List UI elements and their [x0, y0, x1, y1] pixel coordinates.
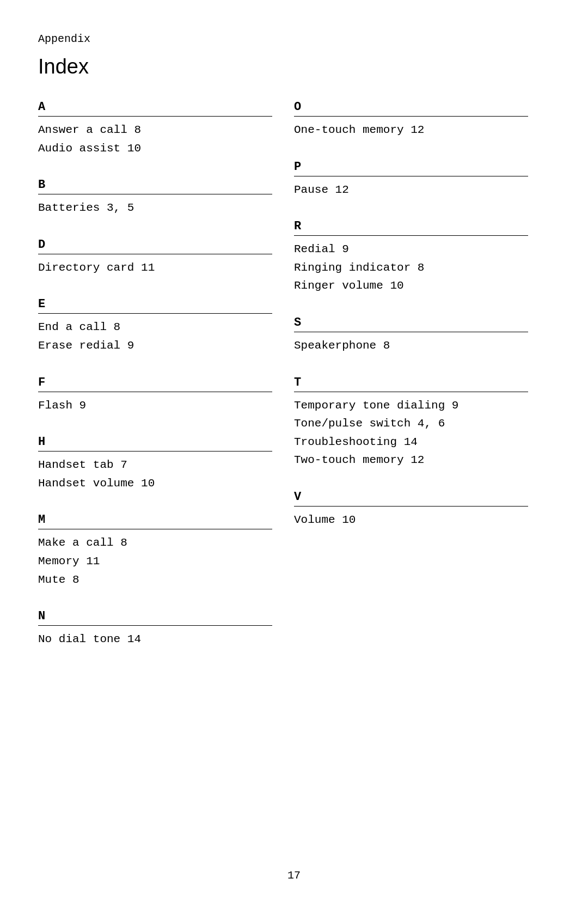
index-entry: Two-touch memory 12 [294, 451, 528, 469]
page-title: Index [38, 55, 550, 78]
section-letter: T [294, 376, 528, 389]
index-entry: Memory 11 [38, 552, 272, 571]
section-divider [38, 116, 272, 117]
index-section: HHandset tab 7Handset volume 10 [38, 435, 272, 492]
index-entry: Pause 12 [294, 181, 528, 199]
index-entry: Audio assist 10 [38, 139, 272, 158]
index-entry: No dial tone 14 [38, 630, 272, 649]
section-divider [294, 116, 528, 117]
index-entry: End a call 8 [38, 318, 272, 337]
index-entry: Temporary tone dialing 9 [294, 396, 528, 415]
section-divider [38, 254, 272, 254]
index-section: PPause 12 [294, 160, 528, 199]
section-divider [294, 332, 528, 332]
section-divider [294, 392, 528, 392]
section-letter: S [294, 316, 528, 330]
section-divider [38, 625, 272, 626]
section-letter: D [38, 238, 272, 252]
section-letter: O [294, 100, 528, 114]
section-divider [38, 392, 272, 392]
section-letter: P [294, 160, 528, 174]
index-entry: Mute 8 [38, 571, 272, 589]
index-entry: Directory card 11 [38, 259, 272, 277]
index-section: VVolume 10 [294, 490, 528, 529]
section-letter: M [38, 513, 272, 527]
index-section: FFlash 9 [38, 376, 272, 415]
index-entry: Answer a call 8 [38, 121, 272, 139]
index-entry: One-touch memory 12 [294, 121, 528, 139]
index-section: OOne-touch memory 12 [294, 100, 528, 139]
section-divider [294, 506, 528, 507]
index-section: TTemporary tone dialing 9Tone/pulse swit… [294, 376, 528, 469]
index-entry: Make a call 8 [38, 534, 272, 552]
index-entry: Erase redial 9 [38, 337, 272, 355]
section-divider [38, 313, 272, 314]
section-letter: R [294, 219, 528, 233]
left-column: AAnswer a call 8Audio assist 10BBatterie… [38, 100, 294, 669]
index-entry: Redial 9 [294, 240, 528, 259]
section-divider [294, 235, 528, 236]
page-number: 17 [287, 869, 301, 882]
section-letter: V [294, 490, 528, 504]
index-entry: Flash 9 [38, 396, 272, 415]
section-letter: B [38, 178, 272, 192]
index-section: RRedial 9Ringing indicator 8Ringer volum… [294, 219, 528, 295]
index-entry: Volume 10 [294, 511, 528, 529]
section-letter: F [38, 376, 272, 389]
appendix-label: Appendix [38, 33, 550, 45]
index-entry: Handset tab 7 [38, 456, 272, 474]
index-section: MMake a call 8Memory 11Mute 8 [38, 513, 272, 589]
section-letter: N [38, 609, 272, 623]
index-entry: Handset volume 10 [38, 474, 272, 493]
index-entry: Speakerphone 8 [294, 337, 528, 355]
section-divider [294, 176, 528, 176]
index-entry: Tone/pulse switch 4, 6 [294, 414, 528, 433]
section-letter: E [38, 297, 272, 311]
index-section: AAnswer a call 8Audio assist 10 [38, 100, 272, 157]
index-section: SSpeakerphone 8 [294, 316, 528, 355]
section-letter: A [38, 100, 272, 114]
index-section: EEnd a call 8Erase redial 9 [38, 297, 272, 355]
index-entry: Ringing indicator 8 [294, 259, 528, 277]
index-section: NNo dial tone 14 [38, 609, 272, 649]
index-entry: Batteries 3, 5 [38, 199, 272, 217]
right-column: OOne-touch memory 12PPause 12RRedial 9Ri… [294, 100, 550, 669]
index-entry: Ringer volume 10 [294, 277, 528, 295]
index-section: DDirectory card 11 [38, 238, 272, 277]
section-divider [38, 529, 272, 529]
section-letter: H [38, 435, 272, 449]
section-divider [38, 194, 272, 194]
section-divider [38, 451, 272, 452]
index-entry: Troubleshooting 14 [294, 433, 528, 452]
index-section: BBatteries 3, 5 [38, 178, 272, 217]
page-container: Appendix Index AAnswer a call 8Audio ass… [0, 0, 588, 713]
index-columns: AAnswer a call 8Audio assist 10BBatterie… [38, 100, 550, 669]
